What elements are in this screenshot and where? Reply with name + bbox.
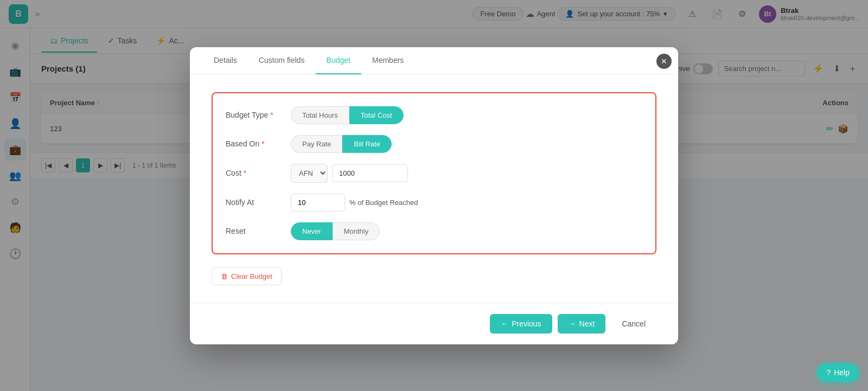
bill-rate-button[interactable]: Bill Rate	[342, 135, 391, 153]
based-on-label: Based On *	[226, 139, 291, 148]
currency-select[interactable]: AFN	[291, 164, 328, 183]
reset-group: Never Monthly	[291, 222, 380, 240]
modal-footer: ← Previous → Next Cancel	[190, 303, 678, 344]
modal-overlay: ✕ Details Custom fields Budget Members B…	[0, 0, 868, 391]
notify-inputs: % of Budget Reached	[291, 194, 418, 211]
notify-suffix: % of Budget Reached	[349, 198, 418, 207]
next-label: Next	[579, 319, 595, 328]
required-indicator-3: *	[244, 169, 246, 177]
reset-label: Reset	[226, 227, 291, 235]
reset-row: Reset Never Monthly	[226, 222, 642, 240]
tab-members[interactable]: Members	[361, 47, 414, 74]
cost-input[interactable]	[332, 164, 408, 182]
budget-section: Budget Type * Total Hours Total Cost Bas…	[212, 92, 656, 254]
modal-close-button[interactable]: ✕	[656, 54, 672, 69]
trash-icon: 🗑	[221, 272, 228, 280]
cost-inputs: AFN	[291, 164, 408, 183]
budget-type-label: Budget Type *	[226, 111, 291, 119]
pay-rate-button[interactable]: Pay Rate	[291, 135, 342, 153]
tab-budget[interactable]: Budget	[316, 47, 361, 74]
modal-tabs: Details Custom fields Budget Members	[190, 47, 678, 75]
help-button[interactable]: ? Help	[816, 363, 859, 382]
notify-at-row: Notify At % of Budget Reached	[226, 194, 642, 211]
never-button[interactable]: Never	[291, 222, 333, 240]
total-cost-button[interactable]: Total Cost	[349, 106, 404, 124]
arrow-left-icon: ←	[501, 319, 508, 328]
budget-type-row: Budget Type * Total Hours Total Cost	[226, 106, 642, 124]
cost-label: Cost *	[226, 169, 291, 177]
notify-at-label: Notify At	[226, 198, 291, 207]
budget-type-group: Total Hours Total Cost	[291, 106, 404, 124]
cost-row: Cost * AFN	[226, 164, 642, 183]
help-label: Help	[834, 368, 850, 377]
based-on-group: Pay Rate Bill Rate	[291, 135, 392, 153]
notify-input[interactable]	[291, 194, 345, 211]
required-indicator: *	[270, 111, 273, 119]
required-indicator-2: *	[261, 139, 264, 148]
clear-budget-button[interactable]: 🗑 Clear Budget	[212, 267, 282, 285]
previous-label: Previous	[512, 319, 541, 328]
tab-custom-fields[interactable]: Custom fields	[248, 47, 316, 74]
total-hours-button[interactable]: Total Hours	[291, 106, 349, 124]
clear-budget-label: Clear Budget	[231, 272, 272, 280]
modal-body: Budget Type * Total Hours Total Cost Bas…	[190, 75, 678, 303]
help-icon: ?	[826, 368, 831, 377]
previous-button[interactable]: ← Previous	[490, 314, 552, 334]
cancel-button[interactable]: Cancel	[611, 314, 656, 334]
monthly-button[interactable]: Monthly	[333, 222, 380, 240]
next-button[interactable]: → Next	[558, 314, 606, 334]
tab-details[interactable]: Details	[203, 47, 248, 74]
modal: ✕ Details Custom fields Budget Members B…	[190, 47, 678, 344]
arrow-right-icon: →	[569, 319, 576, 328]
based-on-row: Based On * Pay Rate Bill Rate	[226, 135, 642, 153]
